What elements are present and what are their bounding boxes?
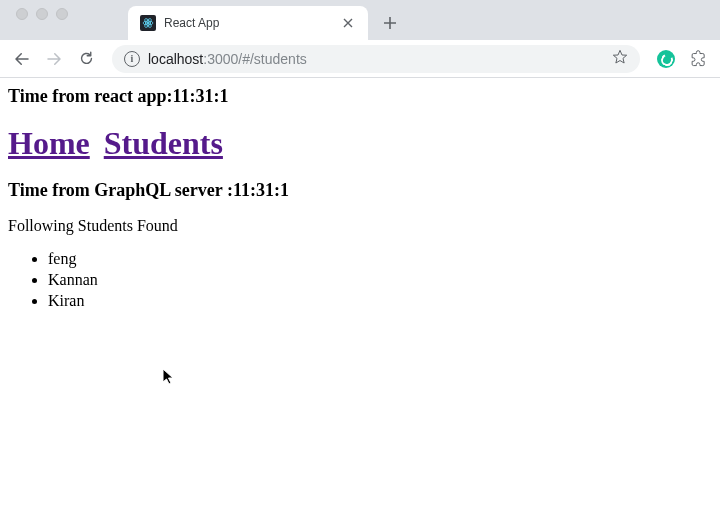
svg-point-0: [147, 22, 149, 24]
students-found-text: Following Students Found: [8, 217, 712, 235]
list-item: Kiran: [48, 291, 712, 312]
window-maximize[interactable]: [56, 8, 68, 20]
window-close[interactable]: [16, 8, 28, 20]
react-time-value: 11:31:1: [172, 86, 228, 106]
react-time-label: Time from react app:: [8, 86, 172, 106]
forward-button[interactable]: [40, 45, 68, 73]
url-path: :3000/#/students: [203, 51, 307, 67]
extensions-icon[interactable]: [684, 45, 712, 73]
url-text: localhost:3000/#/students: [148, 51, 604, 67]
tab-title: React App: [164, 16, 332, 30]
browser-toolbar: i localhost:3000/#/students: [0, 40, 720, 78]
student-list: feng Kannan Kiran: [8, 249, 712, 311]
back-button[interactable]: [8, 45, 36, 73]
react-time-heading: Time from react app:11:31:1: [8, 86, 712, 107]
address-bar[interactable]: i localhost:3000/#/students: [112, 45, 640, 73]
site-info-icon[interactable]: i: [124, 51, 140, 67]
new-tab-button[interactable]: [376, 9, 404, 37]
close-tab-icon[interactable]: [340, 15, 356, 31]
react-favicon: [140, 15, 156, 31]
graphql-time-value: 11:31:1: [233, 180, 289, 200]
window-minimize[interactable]: [36, 8, 48, 20]
graphql-time-heading: Time from GraphQL server :11:31:1: [8, 180, 712, 201]
list-item: Kannan: [48, 270, 712, 291]
bookmark-star-icon[interactable]: [612, 49, 628, 69]
list-item: feng: [48, 249, 712, 270]
graphql-time-label: Time from GraphQL server :: [8, 180, 233, 200]
students-link[interactable]: Students: [104, 125, 223, 161]
url-host: localhost: [148, 51, 203, 67]
tab-strip: React App: [0, 0, 720, 40]
mouse-cursor-icon: [162, 368, 176, 386]
home-link[interactable]: Home: [8, 125, 90, 161]
browser-tab[interactable]: React App: [128, 6, 368, 40]
nav-links: HomeStudents: [8, 125, 712, 162]
grammarly-extension-icon[interactable]: [652, 45, 680, 73]
page-content: Time from react app:11:31:1 HomeStudents…: [0, 78, 720, 319]
reload-button[interactable]: [72, 45, 100, 73]
window-controls: [10, 0, 128, 40]
